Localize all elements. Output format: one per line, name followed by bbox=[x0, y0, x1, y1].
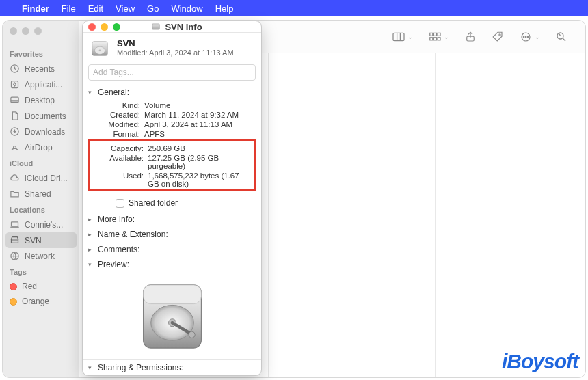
section-comments[interactable]: ▸Comments: bbox=[83, 242, 261, 257]
minimize-icon[interactable] bbox=[101, 23, 108, 31]
window-traffic-lights bbox=[3, 25, 79, 46]
finder-sidebar: Favorites Recents Applicati... Desktop D… bbox=[3, 21, 79, 377]
tags-button[interactable] bbox=[492, 31, 504, 43]
menu-help[interactable]: Help bbox=[215, 3, 234, 14]
globe-icon bbox=[10, 251, 20, 261]
laptop-icon bbox=[10, 219, 20, 230]
section-name-extension[interactable]: ▸Name & Extension: bbox=[83, 227, 261, 242]
svg-rect-27 bbox=[143, 285, 201, 304]
sidebar-item-connies[interactable]: Connie's... bbox=[3, 217, 79, 232]
sidebar-item-applications[interactable]: Applicati... bbox=[3, 77, 79, 92]
sidebar-item-icloud-drive[interactable]: iCloud Dri... bbox=[3, 170, 79, 186]
sidebar-tag-orange[interactable]: Orange bbox=[3, 294, 79, 309]
app-icon bbox=[10, 79, 20, 90]
svg-rect-12 bbox=[430, 37, 433, 40]
menu-view[interactable]: View bbox=[116, 3, 135, 14]
svg-point-18 bbox=[523, 36, 524, 38]
svg-point-19 bbox=[525, 36, 526, 38]
sidebar-item-recents[interactable]: Recents bbox=[3, 61, 79, 77]
zoom-icon[interactable] bbox=[113, 23, 120, 31]
kv-key: Format: bbox=[95, 130, 140, 138]
sidebar-tag-red[interactable]: Red bbox=[3, 279, 79, 294]
chevron-down-icon: ⌄ bbox=[407, 33, 413, 40]
shared-folder-row[interactable]: Shared folder bbox=[83, 194, 261, 212]
menu-go[interactable]: Go bbox=[147, 3, 159, 14]
sidebar-item-desktop[interactable]: Desktop bbox=[3, 92, 79, 108]
sidebar-item-label: Network bbox=[25, 252, 55, 261]
kv-value: Volume bbox=[144, 101, 258, 109]
section-preview[interactable]: ▾Preview: bbox=[83, 257, 261, 272]
section-label: More Info: bbox=[98, 215, 135, 224]
close-icon[interactable] bbox=[88, 23, 96, 31]
shared-folder-checkbox[interactable] bbox=[116, 199, 124, 208]
actions-button[interactable]: ⌄ bbox=[519, 31, 540, 43]
highlight-box: Capacity:250.69 GB Available:127.25 GB (… bbox=[88, 139, 256, 191]
tag-orange-icon bbox=[10, 298, 17, 306]
sidebar-item-documents[interactable]: Documents bbox=[3, 108, 79, 124]
get-info-window: SVN Info SVN Modified: April 3, 2024 at … bbox=[82, 21, 262, 376]
sidebar-item-downloads[interactable]: Downloads bbox=[3, 124, 79, 139]
disk-icon bbox=[151, 22, 161, 31]
svg-rect-11 bbox=[438, 33, 440, 36]
svg-rect-14 bbox=[438, 37, 440, 40]
sidebar-item-network[interactable]: Network bbox=[3, 248, 79, 264]
kv-key: Capacity: bbox=[103, 144, 144, 152]
section-label: Preview: bbox=[98, 260, 129, 269]
volume-preview-icon bbox=[129, 276, 216, 357]
add-tags-field[interactable]: Add Tags... bbox=[88, 64, 256, 81]
download-icon bbox=[10, 126, 20, 137]
chevron-down-icon: ⌄ bbox=[535, 33, 540, 40]
volume-name: SVN bbox=[117, 38, 234, 49]
sidebar-item-label: Red bbox=[22, 282, 37, 291]
sidebar-item-label: Applicati... bbox=[25, 80, 62, 90]
section-label: Sharing & Permissions: bbox=[98, 363, 183, 372]
desktop-icon bbox=[10, 95, 20, 105]
kv-key: Used: bbox=[103, 172, 144, 188]
menu-edit[interactable]: Edit bbox=[88, 3, 103, 14]
disclosure-down-icon: ▾ bbox=[88, 89, 95, 96]
svg-rect-10 bbox=[433, 33, 436, 36]
sidebar-item-svn[interactable]: SVN bbox=[5, 232, 77, 248]
sidebar-item-label: Downloads bbox=[25, 127, 65, 137]
menu-window[interactable]: Window bbox=[171, 3, 202, 14]
svg-rect-5 bbox=[12, 222, 18, 226]
kv-key: Kind: bbox=[95, 101, 140, 109]
kv-value: 250.69 GB bbox=[148, 144, 248, 152]
document-icon bbox=[10, 111, 20, 121]
menu-file[interactable]: File bbox=[62, 3, 76, 14]
zoom-icon[interactable] bbox=[34, 27, 42, 35]
menubar-app[interactable]: Finder bbox=[22, 3, 49, 14]
general-rows-top: Kind:Volume Created:March 11, 2024 at 9:… bbox=[83, 100, 261, 138]
kv-value: 1,668,575,232 bytes (1.67 GB on disk) bbox=[148, 172, 248, 188]
section-general[interactable]: ▾General: bbox=[83, 85, 261, 100]
clock-icon bbox=[10, 64, 20, 74]
info-window-title: SVN Info bbox=[125, 22, 228, 32]
svg-rect-22 bbox=[152, 24, 160, 29]
section-more-info[interactable]: ▸More Info: bbox=[83, 212, 261, 227]
volume-disk-icon bbox=[90, 38, 110, 59]
section-sharing[interactable]: ▾Sharing & Permissions: bbox=[83, 359, 261, 375]
svg-rect-2 bbox=[11, 97, 18, 103]
sidebar-item-airdrop[interactable]: AirDrop bbox=[3, 139, 79, 155]
minimize-icon[interactable] bbox=[22, 27, 29, 35]
search-button[interactable] bbox=[555, 31, 567, 43]
info-titlebar: SVN Info bbox=[83, 21, 261, 33]
folder-icon bbox=[10, 189, 20, 199]
sidebar-header-locations: Locations bbox=[3, 202, 79, 217]
svg-point-30 bbox=[188, 331, 194, 338]
view-columns-button[interactable]: ⌄ bbox=[392, 31, 413, 42]
close-icon[interactable] bbox=[10, 27, 17, 35]
sidebar-item-label: Recents bbox=[25, 64, 55, 74]
share-button[interactable] bbox=[464, 31, 477, 43]
group-button[interactable]: ⌄ bbox=[428, 31, 449, 42]
sidebar-item-shared[interactable]: Shared bbox=[3, 186, 79, 202]
disclosure-right-icon: ▸ bbox=[88, 216, 95, 223]
sidebar-item-label: iCloud Dri... bbox=[25, 174, 68, 183]
tags-placeholder: Add Tags... bbox=[93, 68, 134, 77]
svg-point-16 bbox=[499, 33, 500, 35]
shared-folder-label: Shared folder bbox=[129, 198, 178, 208]
tag-red-icon bbox=[10, 283, 17, 290]
disclosure-down-icon: ▾ bbox=[88, 364, 95, 371]
kv-value: April 3, 2024 at 11:13 AM bbox=[144, 120, 258, 128]
kv-key: Created: bbox=[95, 111, 140, 119]
